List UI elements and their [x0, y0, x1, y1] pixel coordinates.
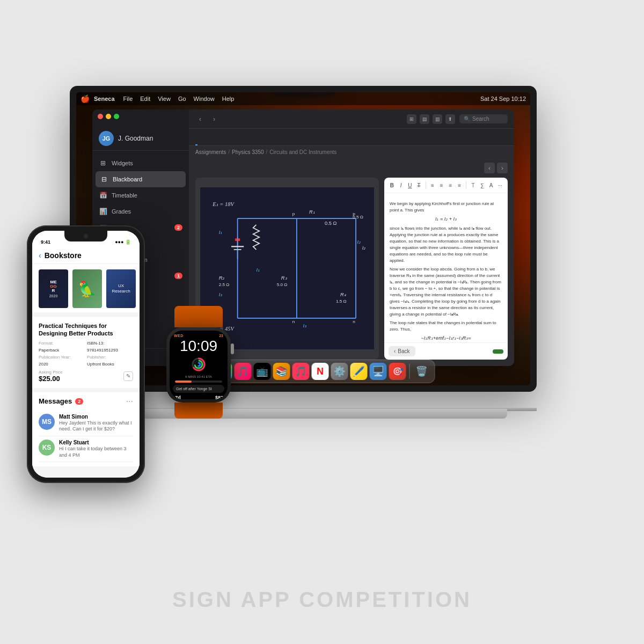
menu-view[interactable]: View	[158, 96, 171, 102]
align-center-tool[interactable]: ≡	[438, 181, 445, 189]
macos-menubar: 🍎 Seneca File Edit View Go Window Help S…	[76, 92, 530, 105]
dock-trash[interactable]: 🗑️	[413, 363, 430, 380]
message-item-1[interactable]: MS Matt Simon Hey Jayden! This is exactl…	[39, 411, 133, 436]
menu-help[interactable]: Help	[222, 96, 235, 102]
panel-icon[interactable]: ▥	[433, 114, 442, 124]
svg-text:R₂: R₂	[218, 275, 224, 281]
sidebar-item-timetable[interactable]: 📅 Timetable	[92, 187, 189, 203]
dock-app-red[interactable]: 🎯	[389, 363, 406, 380]
tab-documents[interactable]	[206, 129, 208, 145]
watch-day: WED	[174, 334, 184, 338]
svg-text:R₃: R₃	[281, 275, 287, 281]
apple-menu-icon[interactable]: 🍎	[80, 94, 90, 103]
svg-text:0.5 Ω: 0.5 Ω	[325, 221, 336, 226]
dock-display[interactable]: 🖥️	[370, 363, 387, 380]
dock-music[interactable]: 🎵	[292, 363, 310, 380]
traffic-light-green[interactable]	[114, 114, 119, 119]
align-left-tool[interactable]: ≡	[429, 181, 436, 189]
svg-text:I₃: I₃	[218, 292, 222, 298]
nav-back-btn[interactable]: ‹	[195, 114, 205, 124]
underline-tool[interactable]: U	[406, 181, 413, 189]
widgets-icon: ⊞	[99, 159, 107, 167]
iphone-camera	[84, 234, 88, 238]
messages-more-button[interactable]: ···	[126, 397, 133, 406]
svg-rect-15	[235, 239, 240, 241]
dock-ibooks[interactable]: 📚	[273, 363, 290, 380]
solution-toolbar: B I U T ≡ ≡ ≡ ≡ T	[384, 178, 508, 193]
menu-go[interactable]: Go	[178, 96, 186, 102]
align-right-tool[interactable]: ≡	[447, 181, 454, 189]
next-assignment-btn[interactable]: ›	[497, 163, 508, 173]
toolbar-search[interactable]: 🔍 Search	[459, 114, 508, 123]
svg-text:p: p	[292, 212, 295, 217]
dock-separator	[409, 364, 410, 379]
equation-2: −I₁R₁+emf₁−I₁r₁−I₃R₃=	[390, 335, 502, 342]
menubar-datetime: Sat 24 Sep 10:12	[480, 96, 526, 102]
sum-tool[interactable]: ∑	[479, 181, 486, 189]
traffic-light-yellow[interactable]	[106, 114, 111, 119]
save-draft-button[interactable]	[493, 349, 503, 354]
book-cover-2[interactable]: 🦜	[72, 269, 102, 308]
dock-news[interactable]: N	[312, 363, 329, 380]
iphone-signal-battery: ●●● 🔋	[115, 239, 131, 245]
book-detail: Practical Techniques for Designing Bette…	[32, 317, 140, 388]
prev-assignment-btn[interactable]: ‹	[484, 163, 495, 173]
grades-icon: 📊	[99, 207, 107, 216]
more-tool[interactable]: ···	[496, 181, 503, 189]
main-toolbar: ‹ › ⊞ ▤ ▥ ⬆ 🔍 Search	[189, 109, 514, 129]
solution-panel: B I U T ≡ ≡ ≡ ≡ T	[384, 178, 508, 360]
strikethrough-tool[interactable]: T	[415, 181, 422, 189]
edit-price-button[interactable]: ✎	[123, 371, 133, 381]
breadcrumb-physics[interactable]: Physics 3350	[232, 149, 264, 155]
traffic-light-red[interactable]	[98, 114, 103, 119]
message-text-2: Hi I can take it today between 3 and 4 P…	[59, 446, 133, 458]
message-item-2[interactable]: KS Kelly Stuart Hi I can take it today b…	[39, 436, 133, 462]
solution-para-4: The loop rule states that the changes in…	[390, 320, 502, 333]
watch-progress-bar	[170, 379, 228, 384]
back-arrow-icon: ‹	[394, 348, 396, 354]
svg-text:I₂: I₂	[362, 246, 365, 251]
grid-icon[interactable]: ⊞	[407, 114, 416, 124]
solution-content: We begin by applying Kirchhoff's first o…	[384, 193, 508, 342]
back-button[interactable]: ‹ Back	[389, 346, 415, 356]
book-cover-3[interactable]: UX Research	[106, 269, 136, 308]
menu-edit[interactable]: Edit	[140, 96, 150, 102]
tab-chat[interactable]	[217, 129, 219, 145]
menubar-items: File Edit View Go Window Help	[123, 96, 235, 102]
breadcrumb-assignments[interactable]: Assignments	[195, 149, 226, 155]
book-covers-row: ME GG R 2020 🦜 UX Research 100	[32, 264, 140, 312]
italic-tool[interactable]: I	[398, 181, 405, 189]
iphone-back-bar: ‹ Bookstore	[32, 247, 140, 264]
sidebar-item-blackboard[interactable]: ⊟ Blackboard	[96, 171, 186, 187]
publisher-value: Upfront Books	[87, 362, 133, 367]
iphone: 9:41 ●●● 🔋 ‹ Bookstore ME GG R 2020	[27, 225, 145, 483]
message-content-2: Kelly Stuart Hi I can take it today betw…	[59, 440, 133, 458]
tab-assignments[interactable]	[195, 129, 197, 145]
bold-tool[interactable]: B	[389, 181, 396, 189]
nav-forward-btn[interactable]: ›	[209, 114, 219, 124]
share-icon[interactable]: ⬆	[445, 114, 455, 124]
sidebar-item-widgets[interactable]: ⊞ Widgets	[92, 155, 189, 171]
iphone-back-arrow[interactable]: ‹	[39, 251, 41, 260]
book-cover-1[interactable]: ME GG R 2020	[39, 269, 68, 308]
menu-file[interactable]: File	[123, 96, 133, 102]
svg-text:n: n	[353, 320, 355, 325]
sidebar-item-grades[interactable]: 📊 Grades	[92, 203, 189, 219]
svg-text:0.5 Ω: 0.5 Ω	[353, 215, 363, 220]
traffic-lights	[92, 109, 189, 123]
book-detail-title: Practical Techniques for Designing Bette…	[39, 322, 133, 338]
justify-tool[interactable]: ≡	[456, 181, 463, 189]
dock-appletv[interactable]: 📺	[254, 363, 271, 380]
format-value: Paperback	[39, 348, 85, 353]
breadcrumb: Assignments / Physics 3350 / Circuits an…	[189, 146, 514, 158]
font-tool[interactable]: A	[488, 181, 495, 189]
menu-window[interactable]: Window	[194, 96, 215, 102]
message-sender-1: Matt Simon	[59, 414, 133, 420]
svg-text:R₁: R₁	[309, 209, 315, 215]
svg-text:5.0 Ω: 5.0 Ω	[276, 282, 287, 287]
text-color-tool[interactable]: T	[470, 181, 477, 189]
dock-notes[interactable]: 🖊️	[350, 363, 368, 380]
sidebar-toggle-icon[interactable]: ▤	[420, 114, 429, 124]
watch-band-top	[174, 306, 223, 327]
dock-settings[interactable]: ⚙️	[331, 363, 348, 380]
